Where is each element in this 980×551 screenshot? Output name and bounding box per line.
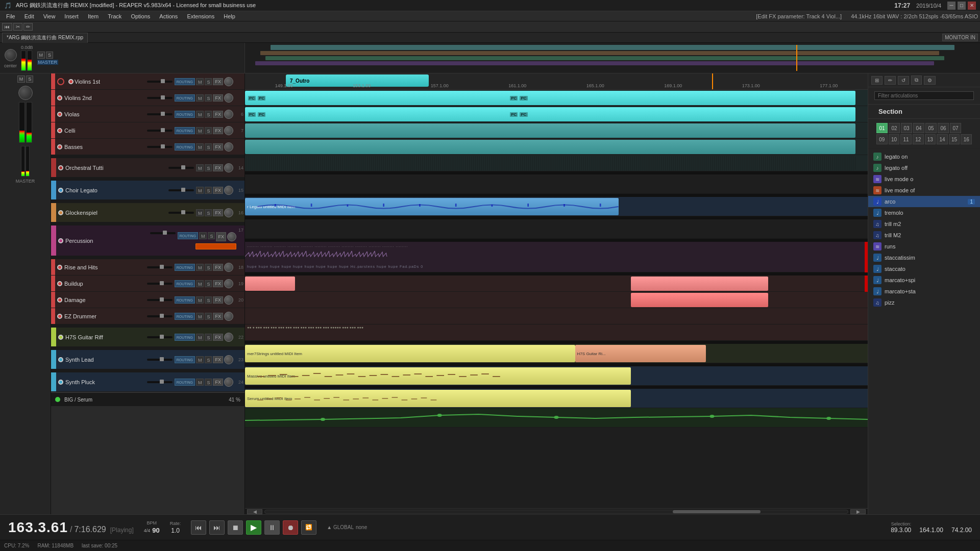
midi-block-build[interactable] bbox=[631, 293, 768, 307]
track-fx-7[interactable]: FX bbox=[213, 187, 223, 194]
panel-settings-btn[interactable]: ⚙ bbox=[924, 76, 936, 85]
menu-track[interactable]: Track bbox=[104, 12, 126, 20]
stop-button[interactable]: ⏹ bbox=[228, 520, 243, 535]
menu-actions[interactable]: Actions bbox=[155, 12, 182, 20]
track-route-16[interactable]: ROUTING bbox=[175, 379, 195, 386]
num-btn-10[interactable]: 10 bbox=[889, 134, 900, 144]
track-m-9[interactable]: M bbox=[199, 232, 207, 239]
track-route-13[interactable]: ROUTING bbox=[175, 313, 195, 320]
scroll-right[interactable]: ▶ bbox=[850, 509, 866, 514]
fader-thumb-9[interactable] bbox=[163, 231, 167, 235]
fader-thumb-16[interactable] bbox=[160, 380, 164, 384]
track-pan-12[interactable] bbox=[224, 295, 233, 305]
fader-thumb-14[interactable] bbox=[160, 335, 164, 339]
track-fx-16[interactable]: FX bbox=[213, 379, 223, 386]
track-pan-8[interactable] bbox=[224, 208, 233, 217]
panel-copy-btn[interactable]: ⧉ bbox=[911, 76, 922, 85]
track-pan-4[interactable] bbox=[224, 126, 233, 135]
track-pan-5[interactable] bbox=[224, 142, 233, 152]
fader-thumb-1[interactable] bbox=[161, 79, 165, 83]
close-button[interactable]: ✕ bbox=[968, 2, 976, 10]
scrollbar-track[interactable] bbox=[264, 510, 848, 514]
pause-button[interactable]: ⏸ bbox=[264, 520, 280, 535]
track-route-2[interactable]: ROUTING bbox=[175, 94, 195, 102]
track-s-8[interactable]: S bbox=[205, 209, 212, 216]
filter-input[interactable] bbox=[874, 91, 974, 100]
menu-edit[interactable]: Edit bbox=[20, 12, 38, 20]
track-pan-13[interactable] bbox=[224, 312, 233, 321]
num-btn-13[interactable]: 13 bbox=[925, 134, 936, 144]
panel-edit-btn[interactable]: ✏ bbox=[885, 76, 896, 85]
artic-marcato-spi[interactable]: ♩ marcato+spi bbox=[868, 274, 980, 286]
track-m-7[interactable]: M bbox=[196, 187, 204, 194]
artic-tremolo[interactable]: ♩ tremolo bbox=[868, 207, 980, 218]
track-m-1[interactable]: M bbox=[196, 78, 204, 85]
track-fx-10[interactable]: FX bbox=[213, 264, 223, 271]
track-pan-1[interactable] bbox=[224, 77, 233, 86]
track-pan-10[interactable] bbox=[224, 263, 233, 272]
loop-button[interactable]: 🔁 bbox=[301, 520, 316, 535]
artic-live-mode-of[interactable]: ≋ live mode of bbox=[868, 185, 980, 196]
track-content[interactable]: PC PC PCPC PC PC PCPC bbox=[245, 90, 868, 508]
track-pan-6[interactable] bbox=[224, 163, 233, 172]
track-fx-11[interactable]: FX bbox=[213, 280, 223, 287]
track-m-13[interactable]: M bbox=[196, 313, 204, 320]
track-pan-7[interactable] bbox=[224, 186, 233, 195]
fader-thumb-7[interactable] bbox=[181, 188, 185, 192]
num-btn-12[interactable]: 12 bbox=[913, 134, 924, 144]
track-fx-1[interactable]: FX bbox=[213, 78, 223, 85]
num-btn-15[interactable]: 15 bbox=[949, 134, 960, 144]
track-fx-8[interactable]: FX bbox=[213, 209, 223, 216]
track-fx-14[interactable]: FX bbox=[213, 334, 223, 341]
fader-thumb-3[interactable] bbox=[161, 112, 165, 116]
artic-legato-off[interactable]: ♪ legato off bbox=[868, 162, 980, 173]
track-fx-9[interactable]: FX bbox=[216, 232, 226, 241]
menu-extensions[interactable]: Extensions bbox=[183, 12, 218, 20]
midi-block-guitar2[interactable]: H7S Guitar Ri... bbox=[575, 345, 706, 362]
fader-thumb-11[interactable] bbox=[160, 281, 164, 285]
track-route-5[interactable]: ROUTING bbox=[175, 143, 195, 151]
fader-thumb-4[interactable] bbox=[161, 128, 165, 132]
artic-arco[interactable]: ♩ arco 1 bbox=[868, 196, 980, 207]
track-m-3[interactable]: M bbox=[196, 111, 204, 118]
track-s-12[interactable]: S bbox=[205, 296, 212, 304]
fader-thumb-13[interactable] bbox=[160, 314, 164, 318]
track-s-2[interactable]: S bbox=[205, 94, 212, 102]
num-btn-09[interactable]: 09 bbox=[876, 134, 888, 144]
track-s-13[interactable]: S bbox=[205, 313, 212, 320]
artic-runs[interactable]: ≋ runs bbox=[868, 241, 980, 252]
artic-live-mode-o[interactable]: ≋ live mode o bbox=[868, 173, 980, 185]
master-knob[interactable] bbox=[5, 49, 17, 61]
monitor-btn[interactable]: MONITOR IN bbox=[942, 34, 978, 41]
master-m-btn[interactable]: M bbox=[37, 52, 45, 59]
menu-item[interactable]: Item bbox=[84, 12, 103, 20]
track-route-14[interactable]: ROUTING bbox=[175, 334, 195, 341]
midi-block[interactable] bbox=[245, 140, 855, 154]
track-route-3[interactable]: ROUTING bbox=[175, 111, 195, 118]
fader-thumb-5[interactable] bbox=[161, 144, 165, 148]
track-route-15[interactable]: ROUTING bbox=[175, 356, 195, 363]
num-btn-14[interactable]: 14 bbox=[937, 134, 948, 144]
num-btn-11[interactable]: 11 bbox=[900, 134, 912, 144]
track-fx-4[interactable]: FX bbox=[213, 127, 223, 134]
tab-remix[interactable]: *ARG 鋼鉄洪流進行曲 REMIX.rpp bbox=[2, 33, 88, 43]
track-s-14[interactable]: S bbox=[205, 334, 212, 341]
fader-thumb-6[interactable] bbox=[181, 165, 185, 169]
artic-trill-M2[interactable]: ♫ trill M2 bbox=[868, 230, 980, 241]
track-fx-13[interactable]: FX bbox=[213, 313, 223, 320]
global-s-btn[interactable]: S bbox=[26, 76, 33, 83]
play-button[interactable]: ▶ bbox=[246, 520, 261, 535]
track-m-14[interactable]: M bbox=[196, 334, 204, 341]
fader-thumb-2[interactable] bbox=[161, 95, 165, 99]
num-btn-01[interactable]: 01 bbox=[876, 123, 888, 133]
track-m-4[interactable]: M bbox=[196, 127, 204, 134]
track-s-11[interactable]: S bbox=[205, 280, 212, 287]
track-route-4[interactable]: ROUTING bbox=[175, 127, 195, 134]
track-route-12[interactable]: ROUTING bbox=[175, 296, 195, 304]
skip-forward-button[interactable]: ⏭ bbox=[209, 520, 225, 535]
artic-trill-m2[interactable]: ♫ trill m2 bbox=[868, 218, 980, 230]
toolbar-btn-2[interactable]: ✂ bbox=[13, 23, 22, 31]
track-s-6[interactable]: S bbox=[205, 164, 212, 171]
track-m-8[interactable]: M bbox=[196, 209, 204, 216]
num-btn-16[interactable]: 16 bbox=[961, 134, 972, 144]
